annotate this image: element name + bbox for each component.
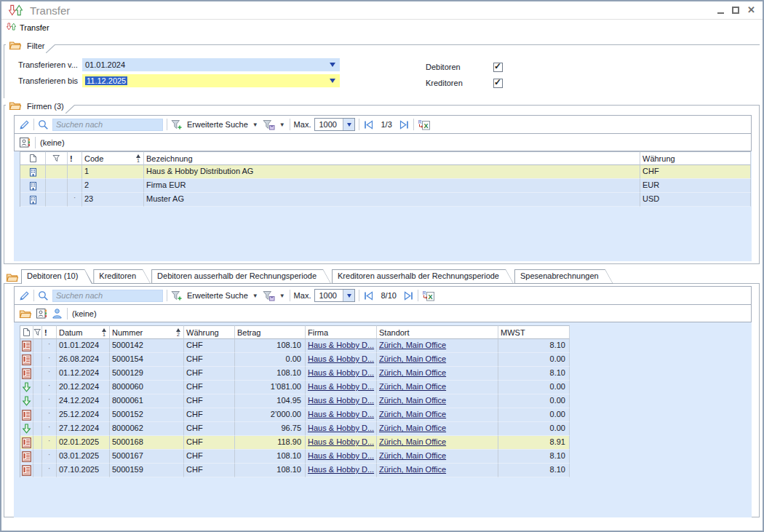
chevron-down-icon[interactable] — [330, 79, 335, 83]
max-results-combobox[interactable]: 1000 — [314, 289, 355, 302]
filter-section-tab: Filter — [6, 39, 46, 53]
chevron-down-icon[interactable]: ▼ — [252, 293, 259, 299]
column-header-datum[interactable]: Datum1 — [57, 325, 110, 339]
svg-text:R: R — [423, 290, 426, 295]
person-icon[interactable] — [52, 308, 63, 319]
folder-icon[interactable] — [19, 309, 31, 319]
firma-link[interactable]: Haus & Hobby D... — [308, 437, 374, 446]
standort-link[interactable]: Zürich, Main Office — [379, 396, 446, 405]
firma-link[interactable]: Haus & Hobby D... — [308, 382, 374, 391]
date-from-field[interactable]: 01.01.2024 — [82, 58, 340, 71]
chevron-down-icon[interactable]: ▼ — [279, 293, 286, 299]
last-page-icon[interactable] — [399, 120, 410, 130]
column-header-bezeichnung[interactable]: Bezeichnung — [144, 151, 640, 165]
table-row[interactable]: ·20.12.20248000060CHF1’081.00Haus & Hobb… — [20, 381, 570, 394]
advanced-search-label[interactable]: Erweiterte Suche — [187, 291, 248, 300]
cell-standort: Zürich, Main Office — [377, 464, 498, 477]
debitoren-checkbox[interactable]: ✓ — [493, 63, 503, 72]
separator — [290, 119, 290, 130]
search-input[interactable] — [52, 119, 163, 131]
tab-3[interactable]: Kreditoren ausserhalb der Rechnungsperio… — [332, 269, 514, 284]
combo-dropdown-button[interactable] — [343, 119, 354, 130]
advanced-filter-icon[interactable] — [171, 290, 183, 301]
date-to-field[interactable]: 11.12.2025 — [82, 74, 340, 87]
export-excel-icon[interactable]: XR — [422, 290, 435, 301]
standort-link[interactable]: Zürich, Main Office — [379, 341, 446, 349]
tab-2[interactable]: Debitoren ausserhalb der Rechnungsperiod… — [151, 269, 331, 284]
filter-column-header-icon[interactable] — [33, 325, 42, 339]
table-row[interactable]: ·25.12.20245000152CHF2’000.00Haus & Hobb… — [20, 408, 570, 422]
document-column-header-icon[interactable] — [20, 151, 46, 165]
marker-column-header[interactable]: ! — [68, 151, 82, 165]
search-input[interactable] — [52, 290, 163, 302]
close-icon[interactable]: ✕ — [747, 7, 755, 14]
row-marker: · — [42, 353, 57, 367]
column-header-waehrung[interactable]: Währung — [184, 325, 235, 339]
table-row[interactable]: ·24.12.20248000061CHF104.95Haus & Hobby … — [20, 394, 570, 408]
standort-link[interactable]: Zürich, Main Office — [379, 465, 446, 474]
standort-link[interactable]: Zürich, Main Office — [379, 451, 446, 460]
chevron-down-icon[interactable] — [330, 63, 335, 67]
marker-column-header[interactable]: ! — [42, 325, 57, 339]
search-icon[interactable] — [38, 290, 49, 301]
table-row[interactable]: 2Firma EUREUR — [20, 179, 751, 193]
standort-link[interactable]: Zürich, Main Office — [379, 410, 446, 418]
column-header-betrag[interactable]: Betrag — [235, 325, 306, 339]
column-header-firma[interactable]: Firma — [306, 325, 377, 339]
firma-link[interactable]: Haus & Hobby D... — [308, 465, 374, 474]
kreditoren-checkbox[interactable]: ✓ — [493, 79, 503, 88]
firma-link[interactable]: Haus & Hobby D... — [308, 410, 374, 418]
document-column-header-icon[interactable] — [20, 325, 33, 339]
table-row[interactable]: ·27.12.20248000062CHF96.75Haus & Hobby D… — [20, 422, 570, 436]
standort-link[interactable]: Zürich, Main Office — [379, 437, 446, 446]
chevron-down-icon[interactable]: ▼ — [279, 122, 286, 128]
save-filter-icon[interactable] — [263, 290, 275, 301]
max-results-combobox[interactable]: 1000 — [314, 118, 355, 131]
table-row[interactable]: ·07.10.20255000159CHF108.10Haus & Hobby … — [20, 464, 570, 477]
last-page-icon[interactable] — [403, 291, 414, 301]
standort-link[interactable]: Zürich, Main Office — [379, 354, 446, 363]
first-page-icon[interactable] — [363, 120, 374, 130]
firma-link[interactable]: Haus & Hobby D... — [308, 424, 374, 432]
table-row[interactable]: ·02.01.20255000168CHF118.90Haus & Hobby … — [20, 436, 570, 450]
column-header-waehrung[interactable]: Währung — [640, 151, 751, 165]
advanced-filter-icon[interactable] — [171, 119, 183, 130]
address-book-icon[interactable] — [19, 137, 31, 148]
cell-code: 1 — [82, 165, 144, 179]
maximize-icon[interactable] — [732, 7, 739, 14]
advanced-search-label[interactable]: Erweiterte Suche — [187, 120, 248, 129]
first-page-icon[interactable] — [363, 291, 374, 301]
standort-link[interactable]: Zürich, Main Office — [379, 424, 446, 432]
table-row[interactable]: ·01.01.20245000142CHF108.10Haus & Hobby … — [20, 339, 570, 353]
edit-icon[interactable] — [19, 119, 30, 130]
column-header-standort[interactable]: Standort — [377, 325, 498, 339]
save-filter-icon[interactable] — [263, 119, 275, 130]
standort-link[interactable]: Zürich, Main Office — [379, 382, 446, 391]
minimize-icon[interactable] — [717, 7, 724, 14]
tab-4[interactable]: Spesenabrechnungen — [514, 269, 613, 284]
firma-link[interactable]: Haus & Hobby D... — [308, 368, 374, 377]
table-row[interactable]: ·03.01.20255000167CHF108.10Haus & Hobby … — [20, 450, 570, 464]
table-row[interactable]: ·26.08.20245000154CHF0.00Haus & Hobby D.… — [20, 353, 570, 367]
combo-dropdown-button[interactable] — [343, 290, 354, 301]
edit-icon[interactable] — [19, 290, 30, 301]
export-excel-icon[interactable]: XR — [418, 119, 431, 130]
standort-link[interactable]: Zürich, Main Office — [379, 368, 446, 377]
address-book-icon[interactable] — [36, 308, 47, 319]
table-row[interactable]: ·23Muster AGUSD — [20, 193, 751, 207]
filter-column-header-icon[interactable] — [46, 151, 68, 165]
firma-link[interactable]: Haus & Hobby D... — [308, 354, 374, 363]
tab-1[interactable]: Kreditoren — [93, 269, 151, 284]
table-row[interactable]: ·01.12.20245000129CHF108.10Haus & Hobby … — [20, 367, 570, 381]
firma-link[interactable]: Haus & Hobby D... — [308, 341, 374, 349]
chevron-down-icon[interactable]: ▼ — [252, 122, 259, 128]
column-header-nummer[interactable]: Nummer2 — [110, 325, 184, 339]
tab-0[interactable]: Debitoren (10) — [21, 269, 92, 284]
firma-link[interactable]: Haus & Hobby D... — [308, 396, 374, 405]
column-header-code[interactable]: Code1 — [82, 151, 144, 165]
table-row[interactable]: 1Haus & Hobby Distribution AGCHF — [20, 165, 751, 179]
nav-tab-transfer[interactable]: Transfer — [20, 23, 49, 32]
search-icon[interactable] — [38, 119, 49, 130]
firma-link[interactable]: Haus & Hobby D... — [308, 451, 374, 460]
column-header-mwst[interactable]: MWST — [498, 325, 570, 339]
